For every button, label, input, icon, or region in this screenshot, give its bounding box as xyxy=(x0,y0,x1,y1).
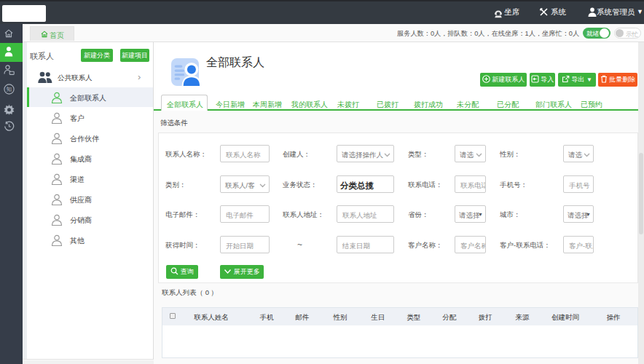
svg-text:知: 知 xyxy=(7,86,12,92)
